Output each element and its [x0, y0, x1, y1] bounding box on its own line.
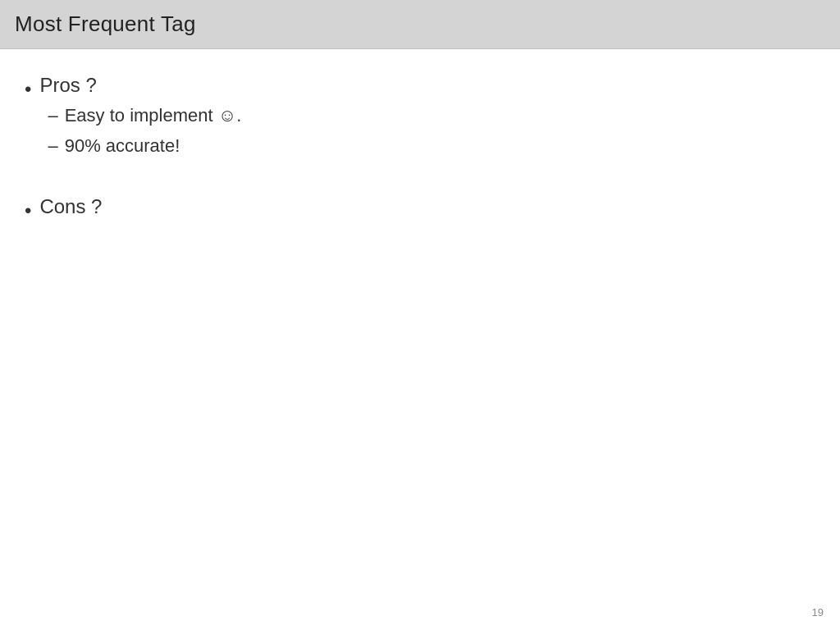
- pros-sub-item-1: – Easy to implement ☺.: [48, 102, 241, 129]
- pros-label: Pros ?: [39, 74, 241, 97]
- dash-icon-1: –: [48, 102, 57, 129]
- pros-sub-item-2: – 90% accurate!: [48, 132, 241, 159]
- pros-text-group: Pros ? – Easy to implement ☺. – 90% accu…: [39, 74, 241, 162]
- pros-bullet: •: [25, 75, 31, 103]
- dash-icon-2: –: [48, 132, 57, 159]
- page-number: 19: [812, 606, 824, 619]
- main-list: • Pros ? – Easy to implement ☺. – 90% ac…: [25, 74, 815, 225]
- slide-header: Most Frequent Tag: [0, 0, 840, 49]
- slide-content: • Pros ? – Easy to implement ☺. – 90% ac…: [0, 49, 840, 266]
- slide-title: Most Frequent Tag: [15, 11, 196, 36]
- pros-sub-list: – Easy to implement ☺. – 90% accurate!: [48, 102, 241, 162]
- cons-label: Cons ?: [39, 195, 102, 218]
- pros-item: • Pros ? – Easy to implement ☺. – 90% ac…: [25, 74, 815, 162]
- pros-sub-item-1-text: Easy to implement ☺.: [65, 102, 242, 129]
- cons-bullet: •: [25, 197, 31, 225]
- cons-item: • Cons ?: [25, 195, 815, 225]
- pros-sub-item-2-text: 90% accurate!: [65, 132, 180, 159]
